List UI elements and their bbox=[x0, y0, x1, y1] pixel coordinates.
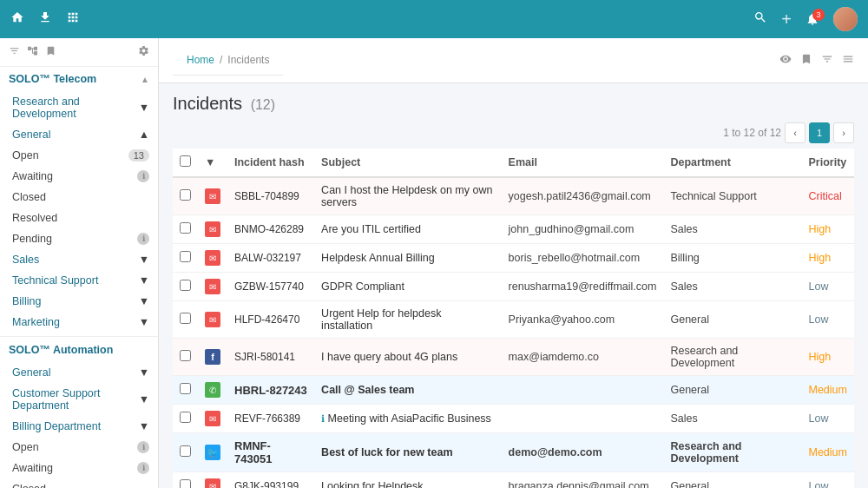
channel-icon-email: ✉ bbox=[205, 188, 220, 204]
sidebar-item-awaiting[interactable]: Awaiting ℹ bbox=[0, 166, 158, 187]
sidebar-item-research[interactable]: Research and Development ▼ bbox=[0, 91, 158, 124]
upload-icon[interactable] bbox=[38, 10, 52, 28]
th-department[interactable]: Department bbox=[663, 148, 801, 177]
row-checkbox-1[interactable] bbox=[180, 222, 191, 234]
td-subject[interactable]: Call @ Sales team bbox=[314, 376, 501, 405]
bookmark-icon[interactable] bbox=[45, 45, 56, 59]
sidebar-item-sales-label: Sales bbox=[12, 254, 39, 266]
td-subject[interactable]: Urgent Help for helpdesk installation bbox=[314, 301, 501, 339]
th-subject[interactable]: Subject bbox=[314, 148, 501, 177]
td-subject[interactable]: I have query about 4G plans bbox=[314, 339, 501, 376]
notification-count: 3 bbox=[812, 9, 825, 21]
table-row: ✉ SBBL-704899 Can I host the Helpdesk on… bbox=[173, 177, 854, 215]
avatar[interactable] bbox=[833, 7, 858, 31]
th-hash[interactable]: Incident hash bbox=[227, 148, 314, 177]
sidebar-item-marketing[interactable]: Marketing ▼ bbox=[0, 312, 158, 333]
td-hash[interactable]: G8JK-993199 bbox=[227, 472, 314, 489]
td-hash[interactable]: REVF-766389 bbox=[227, 405, 314, 433]
row-checkbox-8[interactable] bbox=[180, 445, 191, 457]
td-subject[interactable]: Can I host the Helpdesk on my own server… bbox=[314, 177, 501, 215]
sidebar-item-pending[interactable]: Pending ℹ bbox=[0, 228, 158, 249]
sidebar-toolbar bbox=[0, 38, 158, 67]
row-checkbox-6[interactable] bbox=[180, 383, 191, 394]
td-subject[interactable]: Are you ITIL certified bbox=[314, 215, 501, 244]
td-hash[interactable]: BALW-032197 bbox=[227, 244, 314, 273]
channel-icon-email: ✉ bbox=[205, 221, 220, 237]
sidebar-item-billing[interactable]: Billing ▼ bbox=[0, 291, 158, 312]
td-hash[interactable]: HBRL-827243 bbox=[227, 376, 314, 405]
td-department: Billing bbox=[663, 244, 801, 273]
grid-icon[interactable] bbox=[66, 10, 80, 28]
filter-icon[interactable] bbox=[9, 45, 20, 59]
bookmark-icon2[interactable] bbox=[800, 53, 812, 68]
notification-badge[interactable]: 3 bbox=[806, 12, 819, 26]
home-icon[interactable] bbox=[10, 10, 24, 28]
row-checkbox-7[interactable] bbox=[180, 412, 191, 423]
page-1-btn[interactable]: 1 bbox=[809, 122, 830, 143]
td-checkbox bbox=[173, 273, 198, 301]
sidebar-item-closed[interactable]: Closed bbox=[0, 187, 158, 208]
td-department: Research and Development bbox=[663, 433, 801, 472]
td-subject[interactable]: Best of luck for new team bbox=[314, 433, 501, 472]
breadcrumb-home[interactable]: Home bbox=[187, 54, 214, 66]
channel-icon-twitter: 🐦 bbox=[205, 445, 220, 460]
td-subject[interactable]: Looking for Helpdesk bbox=[314, 472, 501, 489]
row-checkbox-5[interactable] bbox=[180, 350, 191, 361]
sidebar-item-general[interactable]: General ▲ bbox=[0, 124, 158, 145]
td-checkbox bbox=[173, 301, 198, 339]
row-checkbox-3[interactable] bbox=[180, 280, 191, 291]
channel-icon-email: ✉ bbox=[205, 478, 220, 488]
sidebar-item-open[interactable]: Open 13 bbox=[0, 145, 158, 166]
menu-icon[interactable] bbox=[842, 53, 854, 68]
sidebar-item-billingdept[interactable]: Billing Department ▼ bbox=[0, 416, 158, 437]
td-subject[interactable]: ℹ Meeting with AsiaPacific Business bbox=[314, 405, 501, 433]
td-subject[interactable]: Helpdesk Annual Billing bbox=[314, 244, 501, 273]
row-checkbox-4[interactable] bbox=[180, 313, 191, 324]
sidebar-item-open-sub[interactable]: Open ℹ bbox=[0, 437, 158, 458]
td-channel: ✉ bbox=[198, 472, 227, 489]
prev-page-btn[interactable]: ‹ bbox=[785, 122, 806, 143]
sidebar-item-closed-sub[interactable]: Closed bbox=[0, 478, 158, 488]
td-hash[interactable]: GZBW-157740 bbox=[227, 273, 314, 301]
sidebar-item-resolved[interactable]: Resolved bbox=[0, 208, 158, 228]
td-subject[interactable]: GDPR Compliant bbox=[314, 273, 501, 301]
table-row: ✉ REVF-766389 ℹ Meeting with AsiaPacific… bbox=[173, 405, 854, 433]
table-row: ✉ BALW-032197 Helpdesk Annual Billing bo… bbox=[173, 244, 854, 273]
td-hash[interactable]: BNMO-426289 bbox=[227, 215, 314, 244]
row-checkbox-0[interactable] bbox=[180, 189, 191, 201]
filter-icon2[interactable] bbox=[821, 53, 833, 68]
gear-icon[interactable] bbox=[138, 45, 149, 59]
row-checkbox-2[interactable] bbox=[180, 251, 191, 262]
search-icon[interactable] bbox=[753, 10, 767, 28]
sidebar-item-customersupport[interactable]: Customer Support Department ▼ bbox=[0, 383, 158, 416]
th-priority[interactable]: Priority bbox=[802, 148, 855, 177]
td-priority: Medium bbox=[802, 376, 855, 405]
th-email[interactable]: Email bbox=[502, 148, 664, 177]
row-checkbox-9[interactable] bbox=[180, 479, 191, 488]
td-hash[interactable]: SBBL-704899 bbox=[227, 177, 314, 215]
next-page-btn[interactable]: › bbox=[833, 122, 854, 143]
chevron-right-icon4: ▼ bbox=[139, 316, 149, 328]
sort-icon: ▼ bbox=[205, 156, 215, 168]
sidebar-item-awaiting-sub[interactable]: Awaiting ℹ bbox=[0, 458, 158, 478]
th-sort[interactable]: ▼ bbox=[198, 148, 227, 177]
eye-icon[interactable] bbox=[779, 53, 792, 68]
td-hash[interactable]: SJRI-580141 bbox=[227, 339, 314, 376]
td-channel: f bbox=[198, 339, 227, 376]
hierarchy-icon[interactable] bbox=[27, 45, 38, 59]
td-hash[interactable]: RMNF-743051 bbox=[227, 433, 314, 472]
td-hash[interactable]: HLFD-426470 bbox=[227, 301, 314, 339]
sidebar-item-pending-label: Pending bbox=[12, 233, 52, 245]
sidebar-item-general-sub[interactable]: General ▼ bbox=[0, 362, 158, 383]
sidebar-group-automation[interactable]: SOLO™ Automation bbox=[0, 336, 158, 362]
td-department: Research and Development bbox=[663, 339, 801, 376]
sidebar-group-telecom[interactable]: SOLO™ Telecom ▲ bbox=[0, 67, 158, 91]
sidebar-item-general-label: General bbox=[12, 129, 50, 141]
breadcrumb-current: Incidents bbox=[227, 54, 269, 66]
td-department: Technical Support bbox=[663, 177, 801, 215]
sidebar-item-techsupport[interactable]: Technical Support ▼ bbox=[0, 270, 158, 291]
select-all-checkbox[interactable] bbox=[180, 155, 191, 167]
sidebar-item-sales[interactable]: Sales ▼ bbox=[0, 249, 158, 270]
add-icon[interactable]: + bbox=[781, 10, 792, 30]
chevron-right-icon: ▼ bbox=[139, 254, 149, 266]
